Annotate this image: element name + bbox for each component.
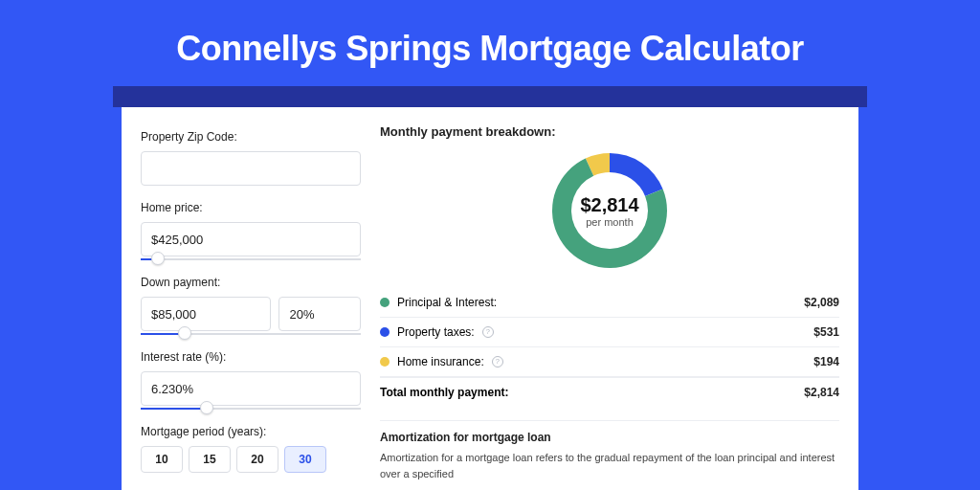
total-label: Total monthly payment: (380, 386, 508, 399)
legend-dot (380, 298, 390, 307)
period-option-30[interactable]: 30 (284, 446, 326, 473)
home-price-slider[interactable] (141, 255, 361, 264)
header-strip (113, 86, 867, 107)
amortization-text: Amortization for a mortgage loan refers … (380, 450, 839, 481)
amortization-title: Amortization for mortgage loan (380, 431, 839, 444)
down-payment-slider[interactable] (141, 329, 361, 339)
mortgage-period-label: Mortgage period (years): (141, 425, 361, 438)
interest-rate-label: Interest rate (%): (141, 350, 361, 364)
down-payment-amount-input[interactable] (141, 297, 271, 331)
breakdown-row: Home insurance:?$194 (380, 347, 839, 377)
donut-svg (547, 148, 672, 273)
slider-thumb[interactable] (200, 401, 213, 414)
inputs-column: Property Zip Code: Home price: Down paym… (141, 124, 370, 490)
home-price-label: Home price: (141, 201, 361, 214)
period-option-20[interactable]: 20 (236, 446, 278, 473)
info-icon[interactable]: ? (492, 356, 503, 368)
donut-chart: $2,814 per month (547, 148, 672, 273)
breakdown-row: Property taxes:?$531 (380, 318, 839, 347)
breakdown-label: Property taxes: (397, 325, 475, 339)
breakdown-label: Principal & Interest: (397, 296, 497, 309)
breakdown-column: Monthly payment breakdown: $2,814 per mo… (370, 124, 839, 490)
period-option-10[interactable]: 10 (141, 446, 183, 473)
breakdown-label: Home insurance: (397, 355, 484, 368)
interest-rate-slider[interactable] (141, 404, 361, 413)
legend-dot (380, 327, 390, 337)
down-payment-label: Down payment: (141, 276, 361, 289)
mortgage-period-options: 10152030 (141, 446, 361, 473)
breakdown-title: Monthly payment breakdown: (380, 124, 839, 139)
amortization-section: Amortization for mortgage loan Amortizat… (380, 420, 839, 481)
total-row: Total monthly payment: $2,814 (380, 377, 839, 407)
breakdown-value: $531 (813, 325, 839, 339)
breakdown-value: $194 (813, 355, 839, 368)
info-icon[interactable]: ? (482, 326, 494, 338)
zip-label: Property Zip Code: (141, 130, 361, 144)
page-title: Connellys Springs Mortgage Calculator (0, 0, 980, 86)
down-payment-percent-input[interactable] (278, 297, 361, 331)
zip-input[interactable] (141, 151, 361, 186)
breakdown-value: $2,089 (804, 296, 839, 309)
home-price-input[interactable] (141, 222, 361, 256)
total-value: $2,814 (804, 386, 839, 399)
period-option-15[interactable]: 15 (189, 446, 231, 473)
slider-thumb[interactable] (151, 252, 165, 265)
slider-thumb[interactable] (178, 326, 191, 340)
calculator-panel: Property Zip Code: Home price: Down paym… (122, 107, 858, 490)
donut-slice (610, 153, 663, 196)
interest-rate-input[interactable] (141, 371, 361, 406)
legend-dot (380, 357, 390, 367)
breakdown-row: Principal & Interest:$2,089 (380, 288, 839, 318)
